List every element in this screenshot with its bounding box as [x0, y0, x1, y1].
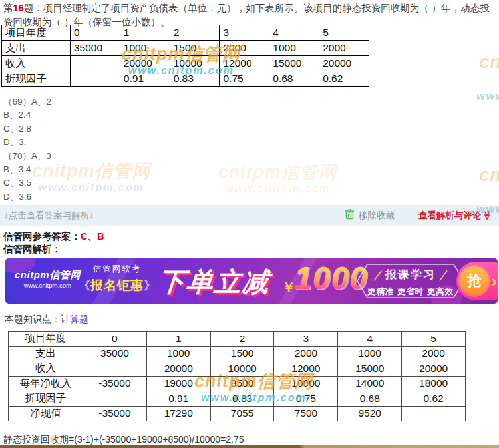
table-cell: 20000: [402, 361, 466, 377]
table-cell: 17290: [146, 406, 210, 421]
table-cell: 1: [120, 25, 170, 41]
table-cell: 18000: [402, 376, 466, 391]
table-cell: 9520: [338, 406, 402, 421]
reference-answer-label: 信管网参考答案：: [3, 231, 81, 242]
table-cell: -35000: [83, 406, 147, 421]
table-cell: 12000: [274, 361, 338, 377]
option-69-d: D、3.: [3, 136, 51, 150]
watermark-line2: www.cnitpm.com: [476, 91, 499, 102]
remove-favorite-button[interactable]: 移除收藏: [345, 209, 395, 222]
option-69-a: （69）A、2: [3, 96, 51, 109]
table-cell: 3: [274, 332, 338, 347]
watermark: cnitpm信管网 www.cnitpm.com: [218, 164, 337, 194]
table-cell: 0.68: [269, 71, 319, 87]
view-analysis-button[interactable]: 查看解析与评论 ≫: [418, 210, 492, 222]
table-cell: 1000: [269, 41, 319, 56]
banner-logo: cnitpm信管网 www.cnitpm.com: [15, 270, 81, 289]
row-header-cell: 支出: [2, 41, 71, 56]
row-header-cell: 折现因子: [9, 391, 83, 407]
watermark-line2: www.cnitpm.com: [218, 184, 337, 194]
table-row: 折现因子0.910.830.750.680.62: [9, 391, 466, 407]
chevron-down-icon: ≫: [483, 211, 493, 220]
bottom-divider: [0, 445, 499, 448]
answer-bar-actions: 移除收藏 查看解析与评论 ≫: [345, 209, 499, 222]
table-cell: 14000: [338, 376, 402, 391]
table-row: 每年净收入-35000190008500100001400018000: [9, 376, 466, 391]
table-cell: 2000: [319, 41, 369, 56]
watermark-line1: cnitpm信管网: [476, 166, 499, 202]
table-cell: [71, 56, 120, 71]
answer-hint: ↓点击查看答案与解析↓: [0, 210, 94, 222]
table-cell: 0.75: [220, 71, 269, 87]
option-70-d: D、3.6: [3, 191, 51, 204]
table-cell: 1: [146, 332, 210, 347]
cta-capsule: 抢 ›: [456, 262, 498, 300]
analysis-label: 信管网解析：: [3, 243, 61, 256]
table-cell: 7055: [210, 406, 274, 421]
option-70-a: （70）A、3: [3, 150, 51, 164]
answer-bar: ↓点击查看答案与解析↓ 移除收藏 查看解析与评论 ≫: [0, 205, 499, 226]
option-70-c: C、3.5: [3, 177, 51, 190]
remove-favorite-label: 移除收藏: [359, 210, 395, 222]
banner-headline: 下单立减: [157, 264, 272, 300]
table-cell: 4: [338, 332, 402, 347]
table-cell: 7500: [274, 406, 338, 421]
table-cell: [71, 71, 120, 87]
knowledge-link[interactable]: 计算题: [61, 314, 88, 324]
table-cell: 1000: [146, 346, 210, 361]
table-cell: 20000: [120, 56, 170, 71]
watermark: cnitpm信管网 www.cnitpm.com: [476, 53, 499, 102]
table-cell: 10000: [170, 56, 220, 71]
row-header-cell: 每年净收入: [9, 376, 83, 391]
banner-logo-title: cnitpm信管网: [15, 270, 81, 281]
table-cell: 1500: [170, 41, 220, 56]
table-cell: 2000: [402, 346, 466, 361]
table-row: 支出3500010001500200010002000: [2, 41, 369, 56]
exam-question-page: 第16题：项目经理制定了项目资产负债表（单位：元），如下表所示。该项目的静态投资…: [0, 0, 499, 448]
table-cell: 0.91: [120, 71, 170, 87]
table-cell: 1000: [120, 41, 170, 56]
row-header-cell: 项目年度: [9, 332, 83, 347]
banner-tagline: 信管网软考 《 报名钜惠 》: [75, 264, 160, 294]
table-cell: -35000: [83, 376, 147, 391]
table-cell: 8500: [210, 376, 274, 391]
table-cell: 0: [71, 25, 120, 41]
watermark-line1: cnitpm信管网: [218, 164, 337, 182]
row-header-cell: 折现因子: [2, 71, 71, 87]
table-cell: 5: [402, 332, 466, 347]
table-cell: 0.83: [210, 391, 274, 407]
row-header-cell: 项目年度: [2, 25, 71, 41]
table-cell: 12000: [220, 56, 269, 71]
grab-button[interactable]: 抢: [460, 266, 489, 296]
reference-answer-value: C、B: [81, 231, 104, 242]
promo-banner[interactable]: cnitpm信管网 www.cnitpm.com 信管网软考 《 报名钜惠 》 …: [5, 258, 498, 304]
table-cell: 3: [220, 25, 269, 41]
view-analysis-label: 查看解析与评论: [418, 210, 482, 222]
option-69-c: C、2.8: [3, 123, 51, 136]
row-header-cell: 净现值: [9, 406, 83, 421]
question-number: 16: [13, 3, 24, 13]
arrow-right-icon: ›: [491, 271, 497, 292]
table-cell: 2000: [220, 41, 269, 56]
table-cell: 2000: [274, 346, 338, 361]
table-cell: 19000: [146, 376, 210, 391]
reference-answer: 信管网参考答案：C、B: [3, 230, 104, 243]
knowledge-point: 本题知识点：计算题: [5, 314, 88, 326]
table-cell: 0.62: [402, 391, 466, 407]
row-header-cell: 收入: [9, 361, 83, 377]
table-row: 项目年度012345: [2, 25, 369, 41]
watermark-line1: cnitpm信管网: [476, 53, 499, 89]
question-body: 项目经理制定了项目资产负债表（单位：元），如下表所示。该项目的静态投资回收期为（…: [3, 3, 490, 27]
table-cell: 0.75: [274, 391, 338, 407]
table-cell: 2: [210, 332, 274, 347]
bracket-left: 《: [78, 277, 90, 294]
table-cell: 0.68: [338, 391, 402, 407]
solution-table: 项目年度012345支出3500010001500200010002000收入2…: [8, 331, 466, 421]
table-cell: 0: [83, 332, 147, 347]
table-cell: 35000: [71, 41, 120, 56]
banner-tagline-top: 信管网软考: [75, 264, 160, 275]
table-cell: 0.91: [146, 391, 210, 407]
table-cell: 10000: [210, 361, 274, 377]
banner-course-box: ╱ 报课学习 ╱ 更精准 更省时 更高效: [357, 264, 464, 298]
table-cell: 10000: [274, 376, 338, 391]
